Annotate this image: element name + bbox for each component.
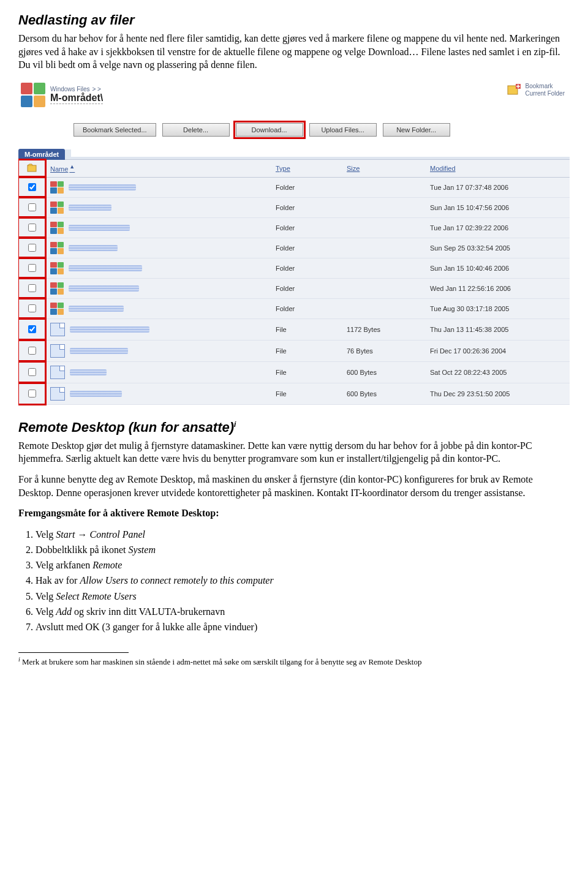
heading-nedlasting: Nedlasting av filer: [18, 12, 570, 28]
folder-icon: [50, 242, 64, 254]
cell-name[interactable]: [45, 238, 271, 258]
breadcrumb-current: M-området\: [50, 92, 103, 104]
cell-type: Folder: [271, 258, 342, 278]
table-row[interactable]: FolderTue Jan 17 02:39:22 2006: [18, 217, 570, 238]
breadcrumb[interactable]: Windows Files > >: [50, 86, 103, 92]
list-item: Velg arkfanen Remote: [36, 558, 570, 572]
filename-redacted: [69, 245, 118, 251]
row-checkbox[interactable]: [28, 347, 36, 355]
folder-icon: [50, 282, 64, 295]
steps-list: Velg Start → Control PanelDobbeltklikk p…: [36, 527, 570, 634]
cell-name[interactable]: [45, 278, 271, 298]
list-item: Avslutt med OK (3 ganger for å lukke all…: [36, 620, 570, 634]
cell-name[interactable]: [45, 177, 271, 197]
column-type[interactable]: Type: [271, 160, 342, 178]
cell-modified: Tue Jan 17 02:39:22 2006: [425, 217, 570, 238]
footnote-rule: [18, 652, 129, 653]
download-button[interactable]: Download...: [236, 123, 303, 137]
table-row[interactable]: FolderWed Jan 11 22:56:16 2006: [18, 278, 570, 298]
file-icon: [50, 387, 65, 401]
folder-icon: [50, 303, 64, 315]
row-checkbox[interactable]: [28, 183, 36, 191]
filename-redacted: [70, 348, 128, 354]
cell-type: Folder: [271, 177, 342, 197]
table-row[interactable]: File1172 BytesThu Jan 13 11:45:38 2005: [18, 318, 570, 340]
row-checkbox[interactable]: [28, 390, 36, 397]
cell-type: Folder: [271, 298, 342, 318]
row-checkbox[interactable]: [28, 304, 36, 312]
cell-size: [342, 238, 425, 258]
table-row[interactable]: File600 BytesSat Oct 22 08:22:43 2005: [18, 361, 570, 383]
list-item: Hak av for Allow Users to connect remote…: [36, 573, 570, 587]
folder-up-icon: [27, 166, 37, 173]
cell-type: File: [271, 318, 342, 340]
column-name[interactable]: Name▲: [45, 160, 271, 178]
column-modified[interactable]: Modified: [425, 160, 570, 178]
table-row[interactable]: FolderTue Aug 30 03:17:18 2005: [18, 298, 570, 318]
column-size[interactable]: Size: [342, 160, 425, 178]
file-pane: M-området Name▲ Type Size Modified: [18, 149, 570, 405]
cell-modified: Sun Jan 15 10:40:46 2006: [425, 258, 570, 278]
cell-type: File: [271, 383, 342, 404]
file-icon: [50, 366, 65, 379]
cell-name[interactable]: [45, 197, 271, 217]
bookmark-selected-button[interactable]: Bookmark Selected...: [74, 123, 156, 137]
cell-type: File: [271, 361, 342, 383]
row-checkbox[interactable]: [28, 264, 36, 272]
tab-bar: M-området: [18, 149, 570, 160]
cell-name[interactable]: [45, 340, 271, 361]
upload-files-button[interactable]: Upload Files...: [309, 123, 377, 137]
row-checkbox[interactable]: [28, 284, 36, 292]
cell-size: [342, 298, 425, 318]
cell-modified: Thu Dec 29 23:51:50 2005: [425, 383, 570, 404]
cell-name[interactable]: [45, 318, 271, 340]
topbar: Windows Files > > M-området\ Bookmark Cu…: [18, 80, 570, 113]
heading-remote-desktop: Remote Desktop (kun for ansatte)i: [18, 420, 570, 435]
filename-redacted: [70, 369, 107, 375]
cell-name[interactable]: [45, 258, 271, 278]
table-row[interactable]: FolderSun Jan 15 10:40:46 2006: [18, 258, 570, 278]
filename-redacted: [69, 265, 142, 271]
subheading-fremgangsmate: Fremgangsmåte for å aktivere Remote Desk…: [18, 507, 570, 520]
row-checkbox[interactable]: [28, 325, 36, 333]
cell-type: Folder: [271, 238, 342, 258]
cell-name[interactable]: [45, 361, 271, 383]
para-remote-2: For å kunne benytte deg av Remote Deskto…: [18, 473, 570, 499]
bookmark-label-2: Current Folder: [526, 90, 565, 97]
cell-type: Folder: [271, 217, 342, 238]
bookmark-current-folder[interactable]: Bookmark Current Folder: [507, 83, 565, 97]
row-checkbox[interactable]: [28, 368, 36, 376]
column-checkbox[interactable]: [18, 160, 45, 178]
cell-modified: Fri Dec 17 00:26:36 2004: [425, 340, 570, 361]
cell-size: [342, 177, 425, 197]
table-row[interactable]: FolderSun Jan 15 10:47:56 2006: [18, 197, 570, 217]
row-checkbox[interactable]: [28, 224, 36, 232]
filename-redacted: [70, 326, 149, 333]
delete-button[interactable]: Delete...: [162, 123, 230, 137]
table-row[interactable]: File76 BytesFri Dec 17 00:26:36 2004: [18, 340, 570, 361]
toolbar: Bookmark Selected... Delete... Download.…: [18, 113, 570, 144]
cell-size: [342, 217, 425, 238]
new-folder-button[interactable]: New Folder...: [383, 123, 450, 137]
row-checkbox[interactable]: [28, 244, 36, 252]
table-row[interactable]: File600 BytesThu Dec 29 23:51:50 2005: [18, 383, 570, 404]
cell-size: [342, 258, 425, 278]
tab-m-omradet[interactable]: M-området: [18, 149, 65, 160]
row-checkbox[interactable]: [28, 203, 36, 211]
table-row[interactable]: FolderSun Sep 25 03:32:54 2005: [18, 238, 570, 258]
cell-modified: Tue Aug 30 03:17:18 2005: [425, 298, 570, 318]
cell-size: 600 Bytes: [342, 383, 425, 404]
cell-size: 76 Bytes: [342, 340, 425, 361]
folder-icon: [50, 262, 64, 274]
cell-name[interactable]: [45, 217, 271, 238]
cell-name[interactable]: [45, 298, 271, 318]
svg-rect-2: [28, 165, 36, 171]
bookmark-label-1: Bookmark: [526, 83, 553, 89]
file-icon: [50, 323, 65, 336]
table-row[interactable]: FolderTue Jan 17 07:37:48 2006: [18, 177, 570, 197]
filename-redacted: [69, 225, 130, 231]
cell-modified: Sun Jan 15 10:47:56 2006: [425, 197, 570, 217]
list-item: Velg Start → Control Panel: [36, 527, 570, 541]
cell-name[interactable]: [45, 383, 271, 404]
list-item: Velg Select Remote Users: [36, 589, 570, 603]
